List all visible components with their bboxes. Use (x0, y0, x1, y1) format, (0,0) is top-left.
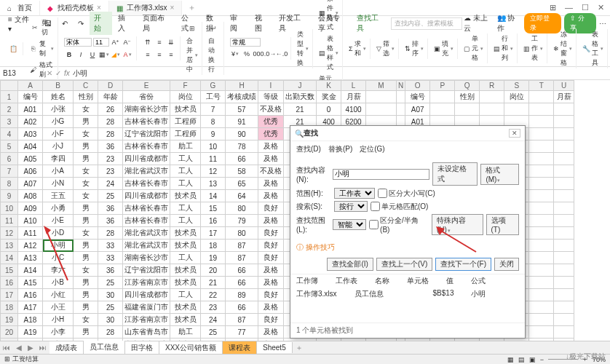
cell[interactable]: 28 (98, 326, 123, 339)
wrap-button[interactable]: ↵ (207, 22, 221, 35)
cell[interactable] (430, 103, 455, 116)
cell[interactable] (554, 289, 574, 301)
cell[interactable]: 江苏省南京市 (123, 314, 170, 326)
cell[interactable]: 及格 (258, 264, 284, 277)
cell[interactable]: 男 (74, 215, 98, 227)
cell[interactable]: 小勇 (43, 202, 74, 215)
cell[interactable]: 78 (226, 141, 258, 153)
cell[interactable]: 工人 (170, 153, 201, 165)
cell[interactable] (430, 91, 455, 103)
cell[interactable]: 36 (98, 141, 123, 153)
cell[interactable]: A13 (18, 252, 43, 264)
column-header[interactable]: K (317, 81, 341, 91)
cell[interactable]: 编号 (18, 91, 43, 103)
cell[interactable]: 小J (43, 141, 74, 153)
cell[interactable]: 65 (226, 178, 258, 190)
zoom-out-icon[interactable]: − (540, 356, 544, 363)
cell[interactable] (529, 301, 554, 314)
cell[interactable]: 77 (226, 326, 258, 339)
cell[interactable]: 18 (201, 240, 226, 252)
cell[interactable]: 女 (74, 128, 98, 141)
cell[interactable]: 33 (98, 252, 123, 264)
sheet-tab[interactable]: 田字格 (125, 341, 159, 355)
column-header[interactable]: L (341, 81, 366, 91)
cell[interactable]: 工程师 (170, 128, 201, 141)
font-select[interactable] (64, 38, 92, 47)
cell[interactable]: 工程师 (170, 116, 201, 128)
cell[interactable]: A15 (18, 277, 43, 289)
row-header[interactable]: 17 (1, 289, 18, 301)
cell[interactable]: 工人 (170, 202, 201, 215)
cell[interactable]: 奖金 (317, 91, 341, 103)
cell[interactable]: 工人 (170, 215, 201, 227)
cell[interactable]: 64 (226, 190, 258, 202)
cell[interactable]: 36 (98, 202, 123, 215)
cell[interactable]: A16 (18, 289, 43, 301)
cell[interactable]: 小E (43, 215, 74, 227)
cell[interactable] (529, 128, 554, 141)
align-left-icon[interactable]: ≡ (143, 50, 153, 60)
cell[interactable] (554, 153, 574, 165)
cell[interactable]: 性别 (74, 91, 98, 103)
cell[interactable]: A06 (18, 165, 43, 178)
cell[interactable]: A17 (18, 301, 43, 314)
menu-start[interactable]: 开始 (90, 12, 113, 35)
findprev-button[interactable]: 查找上一个(V) (376, 258, 432, 271)
sheet-tab[interactable]: 成绩表 (49, 341, 84, 355)
cell[interactable]: A14 (18, 264, 43, 277)
cell[interactable]: 辽宁省沈阳市 (123, 128, 170, 141)
cell[interactable]: 28 (98, 227, 123, 240)
cell[interactable]: 89 (226, 289, 258, 301)
sheet-tab[interactable]: XXX公司销售额 (159, 341, 223, 355)
coop-button[interactable]: 👥 协作 (497, 13, 522, 33)
cell[interactable]: 辽宁省沈阳市 (123, 264, 170, 277)
cell[interactable] (529, 190, 554, 202)
tab-find[interactable]: 查找(D) (296, 144, 321, 154)
cell[interactable]: 66 (226, 153, 258, 165)
column-header[interactable]: B (43, 81, 74, 91)
cell[interactable]: 0 (317, 103, 341, 116)
cell[interactable]: A04 (18, 141, 43, 153)
cell[interactable]: 66 (226, 277, 258, 289)
cell[interactable] (554, 264, 574, 277)
row-header[interactable]: 19 (1, 314, 18, 326)
dec-dec-icon[interactable]: ←.0 (277, 49, 287, 59)
cell[interactable]: 女 (74, 103, 98, 116)
cell[interactable] (554, 326, 574, 339)
cell[interactable] (366, 103, 397, 116)
cell[interactable]: 17 (201, 227, 226, 240)
cell[interactable]: 小A (43, 165, 74, 178)
cell[interactable]: 25 (201, 326, 226, 339)
cell[interactable]: A09 (18, 202, 43, 215)
cell[interactable]: 王五 (43, 190, 74, 202)
column-header[interactable]: C (74, 81, 98, 91)
cell[interactable]: 技术员 (170, 103, 201, 116)
cell[interactable] (529, 153, 554, 165)
cell[interactable]: 四川省成都市 (123, 153, 170, 165)
column-header[interactable]: D (98, 81, 123, 91)
cell[interactable]: 22 (201, 289, 226, 301)
cell[interactable]: 李四 (43, 153, 74, 165)
copy-button[interactable]: ⎘复制 (28, 39, 55, 59)
cell[interactable]: 男 (74, 252, 98, 264)
cell[interactable] (529, 141, 554, 153)
cell[interactable]: 7 (201, 103, 226, 116)
row-header[interactable]: 18 (1, 301, 18, 314)
column-header[interactable]: U (554, 81, 574, 91)
cell[interactable]: 66 (226, 301, 258, 314)
close-icon[interactable]: × (170, 4, 174, 12)
align-center-icon[interactable]: ≡ (154, 50, 165, 60)
result-row[interactable]: 工作簿3.xlsx 员工信息 $B$13 小明 (290, 288, 525, 301)
cell[interactable]: 4100 (341, 103, 366, 116)
column-header[interactable]: E (123, 81, 170, 91)
cell[interactable]: 优秀 (258, 128, 284, 141)
cell[interactable]: 15 (201, 202, 226, 215)
cut-button[interactable]: ✂剪切 (28, 17, 55, 38)
cell[interactable]: 小F (43, 128, 74, 141)
cell[interactable] (397, 103, 405, 116)
cell[interactable]: 26 (98, 103, 123, 116)
cell[interactable]: A18 (18, 314, 43, 326)
cell[interactable]: 女 (74, 190, 98, 202)
column-header[interactable]: O (405, 81, 430, 91)
window-tool-icon[interactable]: ⊞ (550, 3, 556, 12)
